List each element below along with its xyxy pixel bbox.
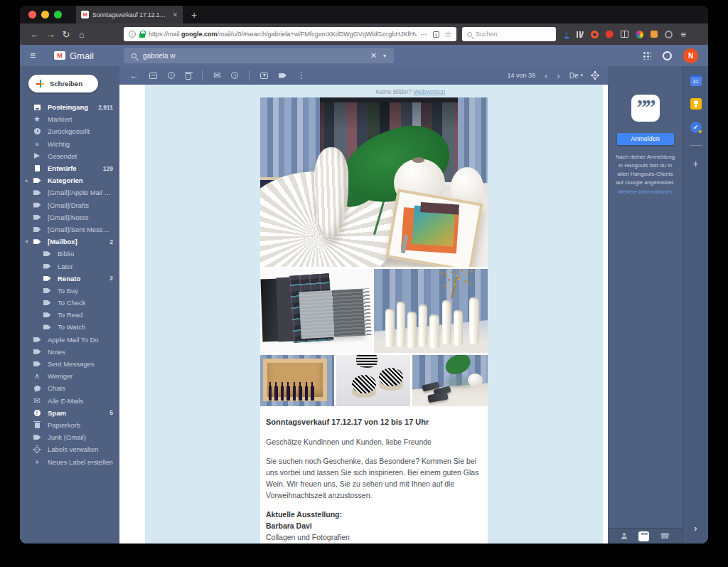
zoom-window-button[interactable] <box>54 11 62 18</box>
browser-tab[interactable]: M Sonntagsverkauf 17.12.17 - neu ✕ <box>76 6 183 23</box>
sidebar-item-kategorien[interactable]: ▸Kategorien <box>20 174 119 186</box>
sidebar-item-label: Later <box>58 263 113 270</box>
forward-icon[interactable]: → <box>43 29 58 40</box>
sidebar-item-sent-messages[interactable]: Sent Messages <box>20 358 119 370</box>
expander-icon[interactable]: ▾ <box>26 239 33 245</box>
sidebar-item-gmail-notes[interactable]: [Gmail]/Notes <box>20 211 119 223</box>
input-language-dropdown[interactable]: De▾ <box>569 72 583 80</box>
get-addons-icon[interactable]: + <box>692 158 698 169</box>
gmail-favicon-icon: M <box>81 11 89 18</box>
sidebar-item-labels-verwalten[interactable]: Labels verwalten <box>20 443 119 455</box>
sidebar-item-to-check[interactable]: To Check <box>20 297 119 309</box>
sidebar-item-gesendet[interactable]: Gesendet <box>20 150 119 162</box>
sidebar-item-to-watch[interactable]: To Watch <box>20 321 119 333</box>
browser-menu-icon[interactable]: ≡ <box>681 29 687 40</box>
search-options-icon[interactable]: ▾ <box>383 53 386 59</box>
sidebar-item-gmail-drafts[interactable]: [Gmail]/Drafts <box>20 199 119 211</box>
sidebar-item-neues-label-erstellen[interactable]: +Neues Label erstellen <box>20 455 119 467</box>
page-actions-icon[interactable]: ⋯ <box>420 31 428 38</box>
gmail-logo[interactable]: M Gmail <box>54 51 94 61</box>
back-icon[interactable]: ← <box>27 29 43 40</box>
sidebar-item-later[interactable]: Later <box>20 260 119 272</box>
keep-icon[interactable] <box>690 98 702 110</box>
sidebar-item-chats[interactable]: Chats <box>20 382 119 394</box>
label-icon[interactable] <box>279 73 287 78</box>
artist-name: Barbara Davi <box>266 521 481 532</box>
expander-icon[interactable]: ▸ <box>26 178 33 184</box>
sidebar-item-entwürfe[interactable]: Entwürfe129 <box>20 162 119 174</box>
google-apps-icon[interactable] <box>643 51 651 60</box>
adblock-icon[interactable] <box>606 31 614 38</box>
sidebar-item-apple-mail-to-do[interactable]: Apple Mail To Do <box>20 334 119 346</box>
webversion-link[interactable]: Webversion <box>414 88 446 95</box>
label-icon <box>33 433 41 442</box>
contacts-icon[interactable] <box>621 533 628 540</box>
tasks-icon[interactable]: ✓ <box>690 122 702 133</box>
new-tab-button[interactable]: + <box>191 9 197 21</box>
wine-bottles <box>269 386 317 401</box>
hangouts-tab-bar: ”” ☎ <box>608 528 682 544</box>
back-to-list-icon[interactable]: ← <box>129 70 139 81</box>
sidebar-item-junk-gmail[interactable]: Junk (Gmail) <box>20 431 119 443</box>
report-spam-icon[interactable]: ! <box>168 72 175 79</box>
reload-icon[interactable]: ↻ <box>58 29 74 40</box>
minimize-window-button[interactable] <box>41 11 49 18</box>
extension-grey-icon[interactable] <box>665 31 673 38</box>
sidebar-item-wichtig[interactable]: »Wichtig <box>20 138 119 150</box>
hangouts-signin-button[interactable]: Anmelden <box>617 133 674 145</box>
sidebar-item-zurückgestellt[interactable]: Zurückgestellt <box>20 125 119 137</box>
pocket-icon[interactable]: ∨ <box>433 31 439 38</box>
label-icon <box>43 311 51 319</box>
main-menu-icon[interactable]: ≡ <box>30 50 44 61</box>
sidebar-item-mailbox[interactable]: ▾[Mailbox]2 <box>20 235 119 248</box>
close-window-button[interactable] <box>28 11 36 18</box>
tab-close-icon[interactable]: ✕ <box>172 11 178 18</box>
mail-search-input[interactable]: gabriela w ✕ ▾ <box>124 48 394 63</box>
phone-icon[interactable]: ☎ <box>660 532 670 540</box>
downloads-icon[interactable]: ↓ <box>564 31 569 38</box>
sidebar-item-to-buy[interactable]: To Buy <box>20 285 119 297</box>
sidebar-item-notes[interactable]: Notes <box>20 346 119 358</box>
sidebar-item-posteingang[interactable]: Posteingang2.911 <box>20 101 119 113</box>
library-icon[interactable] <box>576 31 584 38</box>
sidebar-item-label: Kategorien <box>48 176 113 184</box>
browser-search-field[interactable]: Suchen <box>462 27 556 41</box>
newer-email-icon[interactable]: ‹ <box>545 70 547 81</box>
search-icon[interactable] <box>132 53 136 58</box>
sidebar-item-papierkorb[interactable]: Papierkorb <box>20 419 119 431</box>
avatar[interactable]: N <box>683 48 698 63</box>
archive-icon[interactable] <box>149 73 157 79</box>
compose-button[interactable]: Schreiben <box>28 75 98 92</box>
sidebar-item-renato[interactable]: Renato2 <box>20 272 119 285</box>
sidebar-item-gmail-apple-mail-to-do[interactable]: [Gmail]/Apple Mail To Do <box>20 186 119 198</box>
sidebar-item-alle-e-mails[interactable]: ✉Alle E-Mails <box>20 395 119 407</box>
collapse-panel-icon[interactable]: › <box>683 523 708 534</box>
mark-unread-icon[interactable]: ✉ <box>213 70 220 80</box>
page-info-icon[interactable]: i <box>129 31 136 38</box>
sidebar-item-gmail-sent-messages[interactable]: [Gmail]/Sent Messages <box>20 223 119 235</box>
notifications-icon[interactable] <box>663 51 672 60</box>
sidebar-item-markiert[interactable]: ★Markiert <box>20 113 119 125</box>
sidebar-item-to-read[interactable]: To Read <box>20 309 119 321</box>
snooze-icon[interactable] <box>231 72 238 79</box>
calendar-icon[interactable]: 31 <box>690 75 702 86</box>
extension-red-ring-icon[interactable] <box>591 31 599 38</box>
email-text: Sonntagsverkauf 17.12.17 von 12 bis 17 U… <box>260 406 488 544</box>
home-icon[interactable]: ⌂ <box>74 29 90 40</box>
clear-search-icon[interactable]: ✕ <box>370 51 377 60</box>
more-options-icon[interactable]: ⋮ <box>297 70 306 80</box>
sidebar-toggle-icon[interactable] <box>621 31 628 38</box>
sidebar-item-weniger[interactable]: ∧Weniger <box>20 370 119 382</box>
settings-gear-icon[interactable] <box>592 73 598 78</box>
url-bar[interactable]: i https://mail.google.com/mail/u/0/#sear… <box>124 27 456 41</box>
extension-orange-icon[interactable] <box>651 31 658 38</box>
delete-icon[interactable] <box>186 72 191 80</box>
move-to-icon[interactable] <box>260 73 268 79</box>
extension-colorwheel-icon[interactable] <box>636 31 643 38</box>
sidebar-item-spam[interactable]: Spam5 <box>20 407 119 419</box>
hangouts-more-info-link[interactable]: Weitere Informationen <box>608 189 682 195</box>
sidebar-item-biblio[interactable]: Biblio <box>20 248 119 260</box>
hangouts-conversations-icon[interactable]: ”” <box>638 531 649 541</box>
bookmark-star-icon[interactable]: ☆ <box>444 30 451 39</box>
older-email-icon[interactable]: › <box>557 70 560 81</box>
